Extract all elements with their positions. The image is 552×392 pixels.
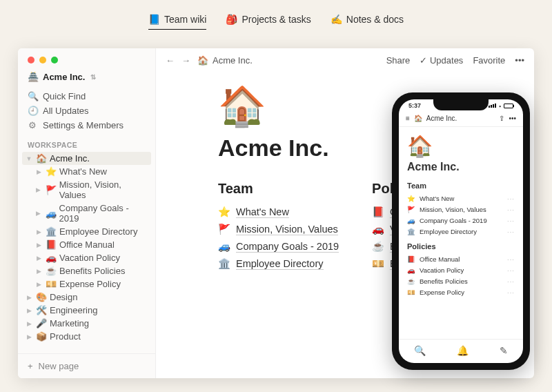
phone-link[interactable]: ⭐What's New··· <box>407 193 515 204</box>
chevron-right-icon: ▶ <box>34 210 43 217</box>
phone-bottom-nav: 🔍 🔔 ✎ <box>399 339 523 363</box>
plus-icon: + <box>28 361 33 371</box>
coffee-icon: ☕ <box>372 241 384 253</box>
chevron-right-icon: ▶ <box>34 242 43 248</box>
more-icon[interactable]: ··· <box>507 288 515 296</box>
page-icon: 🏠 <box>407 134 515 158</box>
phone-link[interactable]: 🚗Vacation Policy··· <box>407 264 515 275</box>
chevron-right-icon: ▶ <box>34 168 43 175</box>
section-heading-team: Team <box>407 182 515 190</box>
phone-link[interactable]: 💴Expense Policy··· <box>407 286 515 297</box>
minimize-icon[interactable] <box>39 57 46 63</box>
back-button[interactable]: ← <box>166 55 175 66</box>
more-icon[interactable]: ··· <box>507 206 515 213</box>
chevron-right-icon: ▶ <box>25 333 33 340</box>
tree-label: Employee Directory <box>59 226 137 237</box>
more-button[interactable]: ••• <box>515 55 524 66</box>
phone-link[interactable]: 🚙Company Goals - 2019··· <box>407 215 515 226</box>
phone-link[interactable]: 📕Office Manual··· <box>407 253 515 264</box>
share-button[interactable]: ⇪ <box>499 115 504 122</box>
car-icon: 🚙 <box>46 208 57 219</box>
more-icon[interactable]: ··· <box>507 195 515 202</box>
chevron-down-icon: ▼ <box>25 155 33 162</box>
house-icon: 🏠 <box>414 115 422 122</box>
breadcrumb-label: Acme Inc. <box>426 115 457 122</box>
clock-icon: 🕘 <box>28 106 37 116</box>
updates-button[interactable]: ✓ Updates <box>420 55 463 66</box>
car-icon: 🚗 <box>46 253 57 263</box>
more-button[interactable]: ••• <box>509 115 516 122</box>
all-updates[interactable]: 🕘 All Updates <box>18 104 155 118</box>
favorite-button[interactable]: Favorite <box>473 55 505 66</box>
forward-button[interactable]: → <box>181 55 190 66</box>
building-icon: 🏛️ <box>218 258 230 270</box>
page-link-goals[interactable]: 🚙Company Goals - 2019 <box>218 238 339 255</box>
tree-item-design[interactable]: ▶🎨Design <box>22 291 151 304</box>
tab-projects-tasks[interactable]: 🎒 Projects & tasks <box>226 14 310 30</box>
new-page-label: New page <box>39 361 79 371</box>
workspace-switcher[interactable]: 🏯 Acme Inc. ⇅ <box>18 70 155 89</box>
page-link-mission[interactable]: 🚩Mission, Vision, Values <box>218 221 339 238</box>
tree-item-product[interactable]: ▶📦Product <box>22 330 151 343</box>
star-icon: ⭐ <box>46 166 57 177</box>
tree-item-office-manual[interactable]: ▶📕Office Manual <box>22 238 151 251</box>
phone-link[interactable]: 🏛️Employee Directory··· <box>407 226 515 237</box>
more-icon[interactable]: ··· <box>507 217 515 224</box>
car-icon: 🚗 <box>372 224 384 235</box>
car-icon: 🚙 <box>218 241 230 253</box>
search-button[interactable]: 🔍 <box>414 345 426 356</box>
more-icon[interactable]: ··· <box>507 255 515 263</box>
tree-item-vacation[interactable]: ▶🚗Vacation Policy <box>22 251 151 264</box>
maximize-icon[interactable] <box>51 57 58 63</box>
column-team: Team ⭐What's New 🚩Mission, Vision, Value… <box>218 181 339 273</box>
car-icon: 🚗 <box>407 266 415 274</box>
chevron-updown-icon: ⇅ <box>90 73 96 81</box>
phone-notch <box>433 99 489 110</box>
tree-item-goals[interactable]: ▶🚙Company Goals - 2019 <box>22 202 151 225</box>
tree-label: Vacation Policy <box>59 253 120 263</box>
tree-item-mission[interactable]: ▶🚩Mission, Vision, Values <box>22 178 151 202</box>
page-link-directory[interactable]: 🏛️Employee Directory <box>218 255 339 273</box>
breadcrumb-label: Acme Inc. <box>213 55 253 66</box>
share-button[interactable]: Share <box>386 55 411 66</box>
tree-root-acme[interactable]: ▼ 🏠 Acme Inc. <box>22 152 151 165</box>
tree-label: Company Goals - 2019 <box>59 203 148 224</box>
phone-mockup: 5:37 ⬩ ≡ 🏠 Acme Inc. ⇪ ••• 🏠 Acme Inc. T… <box>392 92 530 370</box>
tree-item-expense[interactable]: ▶💴Expense Policy <box>22 277 151 291</box>
search-icon: 🔍 <box>28 91 37 101</box>
status-time: 5:37 <box>408 102 421 109</box>
flag-icon: 🚩 <box>218 224 230 235</box>
quick-find[interactable]: 🔍 Quick Find <box>18 89 155 104</box>
tree-item-whats-new[interactable]: ▶⭐What's New <box>22 165 151 178</box>
tree-item-engineering[interactable]: ▶🛠️Engineering <box>22 304 151 317</box>
tree-label: Engineering <box>50 305 97 315</box>
writing-icon: ✍️ <box>331 14 342 25</box>
more-icon[interactable]: ··· <box>507 277 515 285</box>
menu-button[interactable]: ≡ <box>406 115 410 122</box>
package-icon: 📦 <box>36 331 47 342</box>
tree-item-benefits[interactable]: ▶☕Benefits Policies <box>22 264 151 277</box>
phone-link[interactable]: ☕Benefits Policies··· <box>407 275 515 286</box>
book-icon: 📕 <box>46 239 57 250</box>
link-label: Mission, Vision, Values <box>236 224 338 235</box>
chevron-right-icon: ▶ <box>34 186 43 193</box>
new-page-button[interactable]: + New page <box>18 353 155 378</box>
breadcrumb[interactable]: 🏠 Acme Inc. <box>197 55 253 66</box>
mic-icon: 🎤 <box>36 318 47 329</box>
tree-item-marketing[interactable]: ▶🎤Marketing <box>22 317 151 330</box>
tab-team-wiki[interactable]: 📘 Team wiki <box>148 14 206 30</box>
tree-label: Benefits Policies <box>59 266 125 276</box>
book-icon: 📕 <box>407 255 415 263</box>
notifications-button[interactable]: 🔔 <box>457 345 469 356</box>
link-label: Company Goals - 2019 <box>420 217 487 224</box>
compose-button[interactable]: ✎ <box>500 345 508 356</box>
settings-members[interactable]: ⚙ Settings & Members <box>18 118 155 133</box>
more-icon[interactable]: ··· <box>507 266 515 274</box>
tab-notes-docs[interactable]: ✍️ Notes & docs <box>331 14 404 30</box>
tree-item-directory[interactable]: ▶🏛️Employee Directory <box>22 225 151 238</box>
phone-link[interactable]: 🚩Mission, Vision, Values··· <box>407 204 515 215</box>
page-link-whats-new[interactable]: ⭐What's New <box>218 204 339 221</box>
more-icon[interactable]: ··· <box>507 228 515 235</box>
close-icon[interactable] <box>28 57 34 63</box>
gear-icon: ⚙ <box>28 120 37 130</box>
